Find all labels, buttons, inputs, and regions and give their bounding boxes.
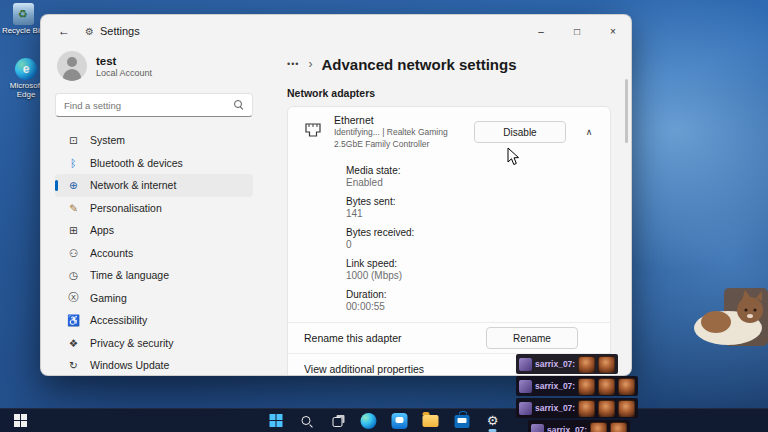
rename-row-label: Rename this adapter [304, 332, 486, 344]
chat-username: sarrix_07: [535, 359, 575, 369]
task-view-button[interactable] [327, 410, 349, 432]
user-name: test [96, 55, 152, 67]
search-icon [301, 415, 313, 427]
sidebar-item-label: Windows Update [90, 359, 169, 371]
chat-badge-icon [519, 402, 532, 415]
sidebar: test Local Account ⊡ System ᛒ Bluetooth … [41, 47, 267, 375]
adapter-name: Ethernet [334, 114, 464, 126]
back-button[interactable]: ← [51, 19, 77, 43]
maximize-button[interactable]: □ [559, 15, 595, 47]
accessibility-icon: ♿ [67, 314, 80, 327]
sidebar-item-time-language[interactable]: ◷ Time & language [55, 264, 253, 287]
window-title: Settings [100, 25, 140, 37]
main-pane: ••• › Advanced network settings Network … [267, 47, 631, 375]
sidebar-item-label: Bluetooth & devices [90, 157, 183, 169]
taskbar-search-button[interactable] [296, 410, 318, 432]
chat-emote-icon [610, 422, 627, 432]
network-adapter-card: Ethernet Identifying... | Realtek Gaming… [287, 106, 611, 376]
task-view-icon [333, 417, 343, 427]
sidebar-item-privacy-security[interactable]: ❖ Privacy & security [55, 332, 253, 355]
sidebar-item-label: Network & internet [90, 179, 176, 191]
chat-message-row: sarrix_07: [528, 420, 630, 432]
adapter-details: Media state: Enabled Bytes sent: 141 Byt… [288, 157, 610, 322]
detail-label: Duration: [346, 289, 594, 300]
window-scrollbar[interactable] [625, 79, 628, 143]
adapter-header[interactable]: Ethernet Identifying... | Realtek Gaming… [288, 107, 610, 157]
disable-button[interactable]: Disable [474, 121, 566, 143]
sidebar-item-gaming[interactable]: ⓧ Gaming [55, 287, 253, 310]
active-app-indicator [489, 429, 497, 432]
sidebar-item-label: Personalisation [90, 202, 162, 214]
edge-icon [361, 413, 377, 429]
detail-value: 00:00:55 [346, 301, 594, 312]
detail-label: Link speed: [346, 258, 594, 269]
detail-label: Bytes received: [346, 227, 594, 238]
search-input[interactable] [64, 100, 234, 111]
chat-message-row: sarrix_07: [516, 398, 638, 418]
file-explorer-button[interactable] [420, 410, 442, 432]
chat-emote-icon [578, 400, 595, 417]
bluetooth-icon: ᛒ [67, 157, 80, 169]
sidebar-item-bluetooth-devices[interactable]: ᛒ Bluetooth & devices [55, 152, 253, 175]
chat-emote-icon [598, 400, 615, 417]
titlebar: ← ⚙ Settings – □ × [41, 15, 631, 47]
sidebar-item-system[interactable]: ⊡ System [55, 129, 253, 152]
settings-app-icon: ⚙ [85, 26, 94, 37]
rename-button[interactable]: Rename [486, 327, 578, 349]
close-button[interactable]: × [595, 15, 631, 47]
section-heading: Network adapters [287, 87, 611, 99]
desktop-icon-label: Recycle Bin [2, 27, 44, 36]
chat-emote-icon [598, 378, 615, 395]
network-icon: ⊕ [67, 179, 80, 191]
rename-adapter-row: Rename this adapter Rename [288, 322, 610, 353]
personalisation-icon: ✎ [67, 202, 80, 214]
sidebar-item-accounts[interactable]: ⚇ Accounts [55, 242, 253, 265]
avatar [57, 51, 87, 81]
chevron-up-icon[interactable]: ∧ [576, 127, 602, 137]
gaming-icon: ⓧ [67, 291, 80, 305]
sidebar-item-label: Gaming [90, 292, 127, 304]
user-profile[interactable]: test Local Account [57, 51, 253, 81]
chat-message-row: sarrix_07: [516, 376, 638, 396]
chat-emote-icon [590, 422, 607, 432]
sidebar-item-accessibility[interactable]: ♿ Accessibility [55, 309, 253, 332]
settings-taskbar-button[interactable]: ⚙ [482, 410, 504, 432]
microsoft-store-button[interactable] [451, 410, 473, 432]
chat-taskbar-button[interactable] [389, 410, 411, 432]
breadcrumb: ••• › Advanced network settings [287, 53, 611, 75]
sidebar-item-network-internet[interactable]: ⊕ Network & internet [55, 174, 253, 197]
sidebar-item-apps[interactable]: ⊞ Apps [55, 219, 253, 242]
sidebar-item-label: Apps [90, 224, 114, 236]
account-type: Local Account [96, 68, 152, 78]
sidebar-item-label: System [90, 134, 125, 146]
chat-username: sarrix_07: [535, 403, 575, 413]
store-bag-icon [454, 415, 469, 428]
minimize-button[interactable]: – [523, 15, 559, 47]
windows-logo-icon[interactable] [14, 414, 27, 427]
taskbar: ⚙ [0, 408, 768, 432]
detail-value: 1000 (Mbps) [346, 270, 594, 281]
sidebar-item-label: Time & language [90, 269, 169, 281]
detail-label: Media state: [346, 165, 594, 176]
edge-taskbar-button[interactable] [358, 410, 380, 432]
chevron-right-icon: › [308, 57, 312, 71]
detail-value: 0 [346, 239, 594, 250]
windows-start-icon [269, 414, 282, 427]
sidebar-nav: ⊡ System ᛒ Bluetooth & devices ⊕ Network… [55, 129, 253, 376]
chat-username: sarrix_07: [535, 381, 575, 391]
settings-window: ← ⚙ Settings – □ × test Local Account ⊡ … [40, 14, 632, 376]
recycle-bin-icon: ♻ [13, 3, 34, 25]
chat-emote-icon [618, 378, 635, 395]
start-button[interactable] [265, 410, 287, 432]
clock-icon: ◷ [67, 269, 80, 281]
detail-label: Bytes sent: [346, 196, 594, 207]
mouse-cursor [507, 147, 521, 171]
sidebar-item-windows-update[interactable]: ↻ Windows Update [55, 354, 253, 376]
sidebar-item-personalisation[interactable]: ✎ Personalisation [55, 197, 253, 220]
ethernet-icon [302, 122, 324, 143]
search-icon [234, 100, 244, 110]
adapter-status-line1: Identifying... | Realtek Gaming [334, 127, 464, 138]
search-box[interactable] [55, 93, 253, 117]
chat-bubble-icon [392, 413, 408, 429]
breadcrumb-ellipsis[interactable]: ••• [287, 59, 299, 69]
